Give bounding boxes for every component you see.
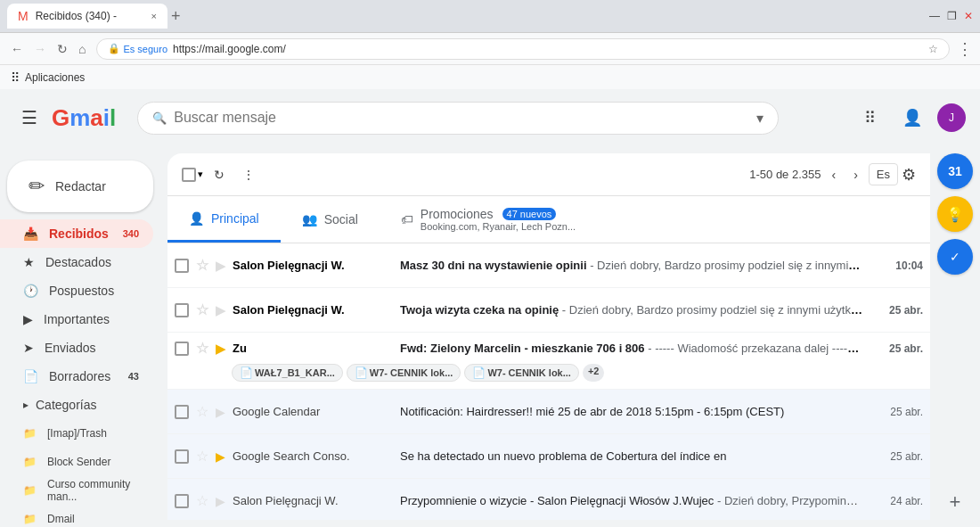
email-checkbox[interactable] <box>175 259 189 273</box>
keep-panel-button[interactable]: 💡 <box>937 196 973 232</box>
attachment-chip[interactable]: 📄 W7- CENNIK lok... <box>464 364 579 382</box>
bookmarks-bar: ⠿ Aplicaciones <box>0 64 980 89</box>
send-icon: ➤ <box>23 341 34 355</box>
tab-social[interactable]: 👥 Social <box>281 196 380 243</box>
email-content: Masz 30 dni na wystawienie opinii - Dzie… <box>400 259 862 272</box>
language-selector[interactable]: Es <box>869 163 898 185</box>
refresh-button[interactable]: ↻ <box>207 161 232 189</box>
pdf-icon: 📄 <box>240 366 253 379</box>
bookmark-star-icon[interactable]: ☆ <box>928 43 938 55</box>
email-row[interactable]: ☆ ▶ Salon Pielęgnacji W. Przypomnienie o… <box>167 479 930 520</box>
new-tab-button[interactable]: + <box>171 7 181 26</box>
email-time: 25 abr. <box>870 304 923 317</box>
sidebar-item-label: Categorías <box>36 398 139 412</box>
email-checkbox[interactable] <box>175 342 189 356</box>
email-star-icon[interactable]: ☆ <box>196 257 208 274</box>
email-time: 25 abr. <box>870 342 923 355</box>
email-row[interactable]: ☆ ▶ Zu Fwd: Zielony Marcelin - mieszkani… <box>167 333 930 390</box>
account-icon[interactable]: 👤 <box>894 100 930 136</box>
close-window-button[interactable]: ✕ <box>964 10 973 22</box>
email-row[interactable]: ☆ ▶ Salon Pielęgnacji W. Twoja wizyta cz… <box>167 288 930 333</box>
email-main-panel: ▾ ↻ ⋮ 1-50 de 2.355 ‹ › Es ⚙ 👤 Principal <box>167 153 930 520</box>
maximize-button[interactable]: ❐ <box>947 10 957 22</box>
email-star-icon[interactable]: ☆ <box>196 301 208 318</box>
more-options-button[interactable]: ⋮ <box>235 161 262 189</box>
email-checkbox[interactable] <box>175 303 189 317</box>
email-list: ☆ ▶ Salon Pielęgnacji W. Masz 30 dni na … <box>167 243 930 520</box>
url-bar[interactable]: 🔒 Es seguro https://mail.google.com/ ☆ <box>96 38 950 60</box>
email-important-icon: ▶ <box>216 259 225 273</box>
add-panel-button[interactable]: + <box>937 484 973 520</box>
email-row[interactable]: ☆ ▶ Google Search Conso. Se ha detectado… <box>167 434 930 479</box>
sidebar-item-importantes[interactable]: ▶ Importantes <box>0 305 153 333</box>
google-apps-button[interactable]: ⠿ <box>852 100 887 136</box>
compose-icon: ✏ <box>29 175 45 198</box>
email-checkbox[interactable] <box>175 494 189 508</box>
lock-icon: 🔒 <box>108 43 120 54</box>
email-attachments: 📄 WAŁ7_B1_KAR... 📄 W7- CENNIK lok... 📄 W… <box>175 364 604 382</box>
tab-promo-label: Promociones <box>421 207 494 221</box>
sidebar-item-destacados[interactable]: ★ Destacados <box>0 248 153 276</box>
prev-page-button[interactable]: ‹ <box>824 161 843 189</box>
url-text: https://mail.google.com/ <box>173 43 923 55</box>
sidebar-item-recibidos[interactable]: 📥 Recibidos 340 <box>0 219 153 248</box>
email-star-icon[interactable]: ☆ <box>196 340 208 357</box>
sidebar-item-imap-trash[interactable]: 📁 [Imap]/Trash <box>0 419 153 448</box>
gmail-m-red2: a <box>90 104 102 131</box>
sidebar-item-categorias[interactable]: ▸ Categorías <box>0 391 153 419</box>
compose-button[interactable]: ✏ Redactar <box>7 161 153 212</box>
expand-icon: ▸ <box>23 399 29 411</box>
attachment-chip[interactable]: 📄 W7- CENNIK lok... <box>347 364 461 382</box>
compose-label: Redactar <box>55 179 106 194</box>
minimize-button[interactable]: — <box>929 10 940 22</box>
search-input[interactable] <box>174 110 749 126</box>
gmail-header: ☰ Gmail 🔍 ▾ ⠿ 👤 J <box>0 89 980 146</box>
sidebar-item-pospuestos[interactable]: 🕐 Pospuestos <box>0 276 153 305</box>
sidebar-item-curso[interactable]: 📁 Curso community man... <box>0 476 153 505</box>
email-sender: Salon Pielęgnacji W. <box>233 303 393 317</box>
sidebar-item-enviados[interactable]: ➤ Enviados <box>0 333 153 362</box>
email-checkbox[interactable] <box>175 405 189 419</box>
email-star-icon[interactable]: ☆ <box>196 492 208 509</box>
email-important-icon: ▶ <box>216 303 225 317</box>
tab-principal[interactable]: 👤 Principal <box>167 196 281 243</box>
sidebar-item-dmail[interactable]: 📁 Dmail <box>0 505 153 527</box>
pdf-icon: 📄 <box>472 366 486 379</box>
email-row[interactable]: ☆ ▶ Google Calendar Notificación: Hairdr… <box>167 390 930 434</box>
back-button[interactable]: ← <box>7 38 27 60</box>
tab-principal-icon: 👤 <box>189 211 204 226</box>
attachment-chip[interactable]: 📄 WAŁ7_B1_KAR... <box>232 364 343 382</box>
calendar-panel-button[interactable]: 31 <box>937 153 973 189</box>
email-subject: Twoja wizyta czeka na opinię <box>400 303 559 317</box>
gmail-m-green: l <box>110 104 116 131</box>
tab-social-icon: 👥 <box>302 212 317 226</box>
extensions-menu-icon[interactable]: ⋮ <box>957 39 973 59</box>
next-page-button[interactable]: › <box>846 161 865 189</box>
tab-close-button[interactable]: × <box>151 11 157 21</box>
secure-badge: 🔒 Es seguro <box>108 43 167 54</box>
avatar[interactable]: J <box>937 103 966 132</box>
select-dropdown-icon[interactable]: ▾ <box>198 169 203 180</box>
forward-button[interactable]: → <box>30 38 50 60</box>
email-row[interactable]: ☆ ▶ Salon Pielęgnacji W. Masz 30 dni na … <box>167 243 930 288</box>
browser-tab[interactable]: M Recibidos (340) - × <box>7 4 167 29</box>
hamburger-menu-icon[interactable]: ☰ <box>14 100 45 136</box>
email-subject: Fwd: Zielony Marcelin - mieszkanie 706 i… <box>400 342 645 355</box>
email-star-icon[interactable]: ☆ <box>196 403 208 420</box>
tab-promo-icon: 🏷 <box>401 212 413 226</box>
search-dropdown-icon[interactable]: ▾ <box>756 110 764 127</box>
attachment-more[interactable]: +2 <box>583 364 605 382</box>
search-bar[interactable]: 🔍 ▾ <box>137 102 779 135</box>
email-star-icon[interactable]: ☆ <box>196 448 208 465</box>
settings-icon[interactable]: ⚙ <box>902 165 916 185</box>
tasks-panel-button[interactable]: ✓ <box>937 239 973 275</box>
reload-button[interactable]: ↻ <box>53 38 71 60</box>
home-button[interactable]: ⌂ <box>75 38 89 60</box>
sidebar-item-block-sender[interactable]: 📁 Block Sender <box>0 448 153 476</box>
tab-promociones[interactable]: 🏷 Promociones 47 nuevos Booking.com, Rya… <box>380 196 597 243</box>
email-checkbox[interactable] <box>175 449 189 464</box>
sidebar-item-borradores[interactable]: 📄 Borradores 43 <box>0 362 153 391</box>
bookmarks-label[interactable]: Aplicaciones <box>25 71 85 84</box>
select-all-checkbox[interactable] <box>182 168 196 182</box>
right-panel: 31 💡 ✓ + <box>930 146 980 527</box>
